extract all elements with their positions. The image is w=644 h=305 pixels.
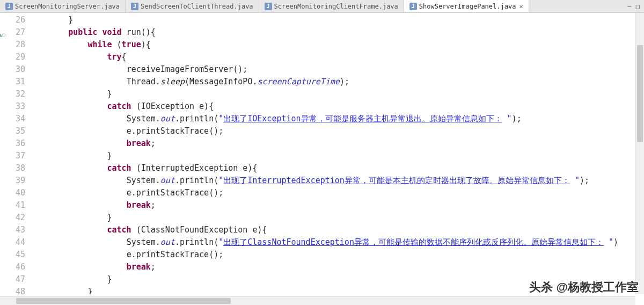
code-line: }: [30, 14, 644, 26]
code-line: }: [30, 273, 644, 286]
code-line: }: [30, 88, 644, 100]
java-file-icon: J: [409, 3, 417, 10]
code-line: catch (ClassNotFoundException e){: [30, 224, 644, 236]
tab-bar: JScreenMonitoringServer.javaJSendScreenT…: [0, 0, 644, 13]
line-number: 46: [0, 261, 25, 273]
code-line: try{: [30, 51, 644, 63]
line-number: 34: [0, 113, 25, 125]
line-number: 30: [0, 63, 25, 76]
code-line: break;: [30, 261, 644, 273]
tab-screenmonitoringserver-java[interactable]: JScreenMonitoringServer.java: [0, 0, 126, 12]
code-line: e.printStackTrace();: [30, 249, 644, 261]
code-line: break;: [30, 199, 644, 212]
line-number: 42: [0, 212, 25, 224]
line-number: 28: [0, 39, 25, 51]
line-number: 43: [0, 224, 25, 236]
tab-sendscreentoclientthread-java[interactable]: JSendScreenToClientThread.java: [126, 0, 259, 12]
line-number: 39: [0, 175, 25, 187]
code-line: System.out.println("出现了IOException异常，可能是…: [30, 113, 644, 125]
line-number: 45: [0, 249, 25, 261]
line-number: 35: [0, 125, 25, 137]
tab-label: ScreenMonitoringServer.java: [15, 3, 120, 10]
tab-showserverimagepanel-java[interactable]: JShowServerImagePanel.java✕: [404, 0, 529, 12]
window-controls: — □: [628, 0, 644, 12]
horizontal-scrollbar[interactable]: [0, 296, 635, 305]
code-line: catch (IOException e){: [30, 100, 644, 113]
code-area[interactable]: } public void run(){ while (true){ try{ …: [30, 13, 644, 294]
horizontal-scrollbar-thumb[interactable]: [16, 298, 231, 304]
line-number: 27▲○: [0, 26, 25, 39]
line-number: 40: [0, 187, 25, 199]
close-icon[interactable]: ✕: [519, 3, 523, 10]
code-line: while (true){: [30, 39, 644, 51]
tab-label: ScreenMonitoringClientFrame.java: [274, 3, 398, 10]
code-line: Thread.sleep(MessageInfoPO.screenCapture…: [30, 76, 644, 88]
minimize-icon[interactable]: —: [628, 3, 632, 10]
code-line: e.printStackTrace();: [30, 187, 644, 199]
line-number: 31: [0, 76, 25, 88]
code-editor[interactable]: 2627▲○2829303132333435363738394041424344…: [0, 13, 644, 294]
tab-label: ShowServerImagePanel.java: [419, 3, 516, 10]
code-line: System.out.println("出现了ClassNotFoundExce…: [30, 236, 644, 249]
code-line: public void run(){: [30, 26, 644, 39]
code-line: catch (InterruptedException e){: [30, 162, 644, 175]
vertical-scrollbar-thumb[interactable]: [637, 45, 643, 142]
line-number: 32: [0, 88, 25, 100]
line-number: 44: [0, 236, 25, 249]
code-line: }: [30, 150, 644, 162]
line-number: 41: [0, 199, 25, 212]
line-number: 33: [0, 100, 25, 113]
line-number: 26: [0, 14, 25, 26]
code-line: System.out.println("出现了InterruptedExcept…: [30, 175, 644, 187]
code-line: receiveImageFromServer();: [30, 63, 644, 76]
maximize-icon[interactable]: □: [636, 3, 640, 10]
code-line: }: [30, 286, 644, 294]
line-number: 47: [0, 273, 25, 286]
line-number: 36: [0, 137, 25, 150]
java-file-icon: J: [131, 3, 138, 10]
java-file-icon: J: [265, 3, 272, 10]
code-line: e.printStackTrace();: [30, 125, 644, 137]
line-number: 29: [0, 51, 25, 63]
line-number: 37: [0, 150, 25, 162]
tab-label: SendScreenToClientThread.java: [141, 3, 253, 10]
java-file-icon: J: [5, 3, 13, 10]
line-gutter: 2627▲○2829303132333435363738394041424344…: [0, 13, 30, 294]
code-line: }: [30, 212, 644, 224]
tab-screenmonitoringclientframe-java[interactable]: JScreenMonitoringClientFrame.java: [259, 0, 404, 12]
vertical-scrollbar[interactable]: [635, 13, 644, 294]
line-number: 38: [0, 162, 25, 175]
code-line: break;: [30, 137, 644, 150]
